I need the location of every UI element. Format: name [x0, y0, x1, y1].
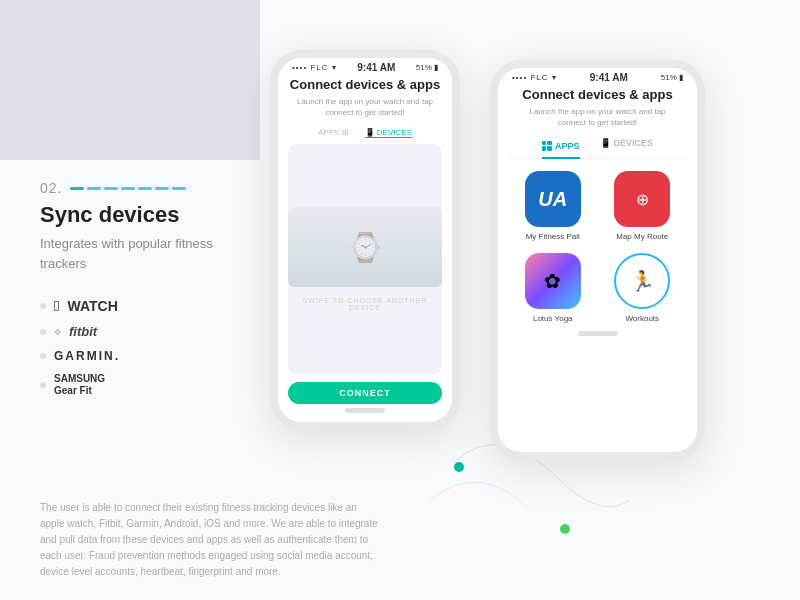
brand-garmin: GARMIN.: [40, 349, 260, 363]
grid-cell: [542, 141, 547, 146]
brand-dot: [40, 303, 46, 309]
step-dot-1: [70, 187, 84, 190]
brand-dot: [40, 353, 46, 359]
app-icon-yoga: ✿: [525, 253, 581, 309]
phone-mockup-right: •••• FLC ▾ 9:41 AM 51% ▮ Connect devices…: [490, 60, 705, 460]
bottom-description: The user is able to connect their existi…: [40, 500, 380, 580]
app-icon-map: ⊕: [614, 171, 670, 227]
app-name-workouts: Workouts: [625, 314, 659, 323]
home-indicator-left: [345, 408, 385, 413]
apple-icon: : [54, 297, 59, 314]
step-dots: [70, 187, 186, 190]
phone-right-screen: Connect devices & apps Launch the app on…: [498, 87, 697, 451]
app-icon-workouts: 🏃: [614, 253, 670, 309]
phone-mockup-left: •••• FLC ▾ 9:41 AM 51% ▮ Connect devices…: [270, 50, 460, 430]
grid-cell: [547, 146, 552, 151]
phone-right-tabs: APPS 📱 DEVICES: [510, 138, 685, 159]
section-description: Integrates with popular fitness trackers: [40, 234, 260, 273]
signal-left: •••• FLC ▾: [292, 63, 337, 72]
phone-left-tabs: APPS ⊞ 📱 DEVICES: [288, 128, 442, 138]
status-bar-right: •••• FLC ▾ 9:41 AM 51% ▮: [498, 68, 697, 87]
background-decoration: [0, 0, 260, 160]
tab-devices-label: DEVICES: [614, 138, 654, 148]
brand-label-samsung: SAMSUNGGear Fit: [54, 373, 105, 397]
decorative-dot-teal: [454, 462, 464, 472]
bottom-description-text: The user is able to connect their existi…: [40, 502, 378, 577]
home-indicator-right: [578, 331, 618, 336]
status-bar-left: •••• FLC ▾ 9:41 AM 51% ▮: [278, 58, 452, 77]
time-left: 9:41 AM: [357, 62, 395, 73]
step-dot-5: [138, 187, 152, 190]
time-right: 9:41 AM: [590, 72, 628, 83]
step-dot-7: [172, 187, 186, 190]
workouts-symbol: 🏃: [630, 269, 655, 293]
decorative-dot-green: [560, 524, 570, 534]
connect-button[interactable]: CONNECT: [288, 382, 442, 404]
left-content-panel: 02. Sync devices Integrates with popular…: [40, 180, 260, 397]
app-item-map[interactable]: ⊕ Map My Route: [604, 171, 682, 241]
phone-left-body: ⌚ SWIPE TO CHOOSE ANOTHER DEVICE: [288, 144, 442, 374]
brand-label-apple: WATCH: [67, 298, 117, 314]
grid-cell: [547, 141, 552, 146]
watch-icon: ⌚: [348, 231, 383, 264]
tab-apps-label: APPS: [555, 141, 580, 151]
battery-right: 51% ▮: [661, 73, 683, 82]
phone-left-title: Connect devices & apps: [288, 77, 442, 92]
signal-right: •••• FLC ▾: [512, 73, 557, 82]
app-item-fitness[interactable]: UA My Fitness Pall: [514, 171, 592, 241]
phone-right-subtitle: Launch the app on your watch and tapconn…: [510, 106, 685, 128]
phone-left-subtitle: Launch the app on your watch and tapconn…: [288, 96, 442, 118]
swipe-hint: SWIPE TO CHOOSE ANOTHER DEVICE: [288, 297, 442, 311]
brand-fitbit: ⟡ fitbit: [40, 324, 260, 339]
device-icon: 📱: [600, 138, 611, 148]
step-indicator: 02.: [40, 180, 260, 196]
tab-devices-right[interactable]: 📱 DEVICES: [600, 138, 654, 152]
tab-apps-left[interactable]: APPS ⊞: [318, 128, 349, 138]
step-number-text: 02.: [40, 180, 62, 196]
grid-icon: [542, 141, 552, 151]
ua-logo: UA: [538, 188, 567, 211]
brand-label-garmin: GARMIN.: [54, 349, 120, 363]
phone-right-title: Connect devices & apps: [510, 87, 685, 102]
tab-devices-left[interactable]: 📱 DEVICES: [365, 128, 412, 138]
app-name-fitness: My Fitness Pall: [526, 232, 580, 241]
apps-grid: UA My Fitness Pall ⊕ Map My Route ✿ Lotu…: [510, 171, 685, 323]
tab-apps-right[interactable]: APPS: [542, 138, 580, 159]
brand-dot: [40, 329, 46, 335]
section-title: Sync devices: [40, 202, 260, 228]
yoga-symbol: ✿: [544, 269, 561, 293]
brand-label-fitbit: fitbit: [69, 324, 97, 339]
step-dot-4: [121, 187, 135, 190]
app-name-yoga: Lotus Yoga: [533, 314, 573, 323]
step-dot-2: [87, 187, 101, 190]
app-item-workouts[interactable]: 🏃 Workouts: [604, 253, 682, 323]
brands-list:  WATCH ⟡ fitbit GARMIN. SAMSUNGGear Fit: [40, 297, 260, 397]
device-image: ⌚: [288, 207, 442, 287]
brand-apple-watch:  WATCH: [40, 297, 260, 314]
step-dot-3: [104, 187, 118, 190]
phone-left-screen: Connect devices & apps Launch the app on…: [278, 77, 452, 421]
grid-cell: [542, 146, 547, 151]
step-dot-6: [155, 187, 169, 190]
app-item-yoga[interactable]: ✿ Lotus Yoga: [514, 253, 592, 323]
brand-samsung: SAMSUNGGear Fit: [40, 373, 260, 397]
brand-dot: [40, 382, 46, 388]
battery-left: 51% ▮: [416, 63, 438, 72]
app-icon-fitness: UA: [525, 171, 581, 227]
app-name-map: Map My Route: [616, 232, 668, 241]
map-route-icon: ⊕: [636, 190, 649, 209]
